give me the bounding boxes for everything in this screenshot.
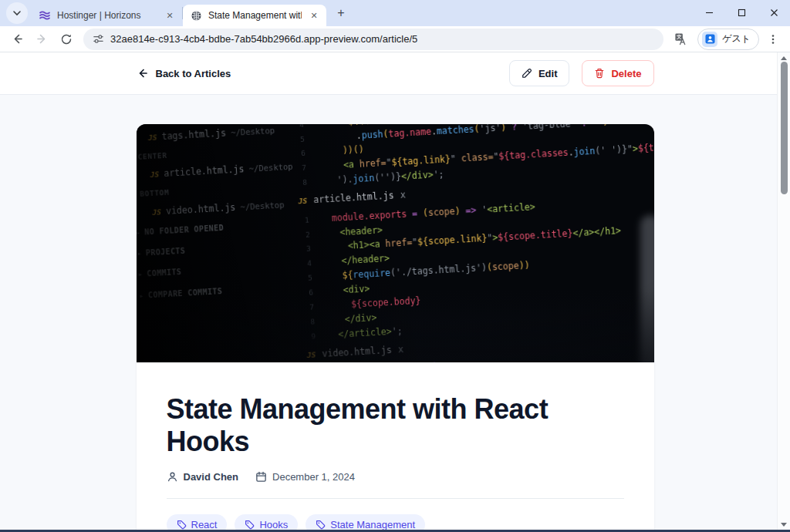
- browser-toolbar: 32ae814e-c913-4cb4-bdbe-7ab54bb2966d.app…: [0, 26, 790, 52]
- minimize-button[interactable]: [693, 0, 725, 25]
- tags-list: ReactHooksState Management: [167, 514, 624, 530]
- kebab-menu-icon: [768, 34, 778, 45]
- article-hero-image: JStags.html.js~/DesktopCENTERJSarticle.h…: [137, 124, 654, 362]
- tab-close-icon[interactable]: ✕: [164, 9, 176, 22]
- tab-title: State Management with React H: [208, 10, 302, 21]
- browser-window: Hostinger | Horizons ✕ State Management …: [0, 0, 790, 532]
- tab-article[interactable]: State Management with React H ✕: [183, 5, 326, 26]
- translate-button[interactable]: [670, 29, 691, 50]
- tab-strip: Hostinger | Horizons ✕ State Management …: [0, 0, 790, 26]
- chevron-down-icon: [12, 8, 22, 18]
- tag-icon: [177, 520, 187, 530]
- new-tab-button[interactable]: +: [331, 3, 351, 23]
- back-arrow-icon: [11, 32, 24, 45]
- back-link-label: Back to Articles: [156, 68, 231, 79]
- tag-icon: [245, 520, 255, 530]
- content-divider: [167, 498, 624, 499]
- globe-favicon: [191, 10, 202, 22]
- back-arrow-icon: [137, 67, 149, 79]
- article-title: State Management with React Hooks: [167, 393, 624, 458]
- delete-button-label: Delete: [611, 68, 641, 79]
- browser-menu-button[interactable]: [762, 29, 784, 50]
- window-controls: [693, 0, 790, 26]
- page-scrollbar[interactable]: [777, 52, 790, 530]
- author-name: David Chen: [184, 471, 239, 483]
- date-text: December 1, 2024: [272, 471, 355, 483]
- maximize-button[interactable]: [725, 0, 758, 25]
- site-settings-icon: [93, 33, 104, 45]
- reload-button[interactable]: [56, 29, 77, 50]
- tag-pill: React: [167, 514, 228, 530]
- tab-title: Hostinger | Horizons: [57, 10, 157, 21]
- hostinger-horizons-icon: [39, 9, 51, 22]
- close-button[interactable]: [758, 0, 790, 25]
- scrollbar-thumb[interactable]: [781, 62, 788, 194]
- scrollbar-down-arrow[interactable]: [781, 519, 787, 530]
- delete-button[interactable]: Delete: [582, 60, 653, 86]
- trash-icon: [594, 68, 605, 79]
- forward-arrow-icon: [35, 32, 49, 45]
- tag-icon: [316, 520, 326, 530]
- edit-button[interactable]: Edit: [509, 60, 570, 86]
- profile-label: ゲスト: [722, 32, 751, 45]
- article-date: December 1, 2024: [255, 471, 355, 483]
- page-viewport: Back to Articles Edit Delete: [0, 52, 790, 530]
- profile-button[interactable]: ゲスト: [697, 29, 759, 50]
- tag-pill: Hooks: [235, 514, 298, 530]
- edit-pencil-icon: [522, 68, 532, 79]
- url-text: 32ae814e-c913-4cb4-bdbe-7ab54bb2966d.app…: [110, 33, 417, 45]
- article-page-header: Back to Articles Edit Delete: [0, 52, 790, 95]
- profile-avatar-icon: [702, 32, 717, 47]
- edit-button-label: Edit: [538, 68, 558, 79]
- forward-button[interactable]: [31, 29, 52, 50]
- article-card: JStags.html.js~/DesktopCENTERJSarticle.h…: [137, 124, 654, 530]
- tag-pill: State Management: [306, 514, 425, 530]
- tab-search-button[interactable]: [6, 2, 28, 24]
- back-to-articles-link[interactable]: Back to Articles: [137, 67, 231, 79]
- reload-icon: [60, 33, 73, 45]
- back-button[interactable]: [6, 29, 28, 50]
- hero-vignette-overlay: [137, 124, 654, 362]
- article-meta: David Chen December 1, 2024: [167, 471, 624, 483]
- person-icon: [167, 471, 178, 483]
- tab-close-icon[interactable]: ✕: [308, 9, 320, 22]
- calendar-icon: [255, 471, 267, 483]
- address-bar[interactable]: 32ae814e-c913-4cb4-bdbe-7ab54bb2966d.app…: [83, 29, 663, 50]
- tab-hostinger[interactable]: Hostinger | Horizons ✕: [31, 5, 182, 26]
- article-author: David Chen: [167, 471, 239, 483]
- translate-icon: [674, 32, 687, 45]
